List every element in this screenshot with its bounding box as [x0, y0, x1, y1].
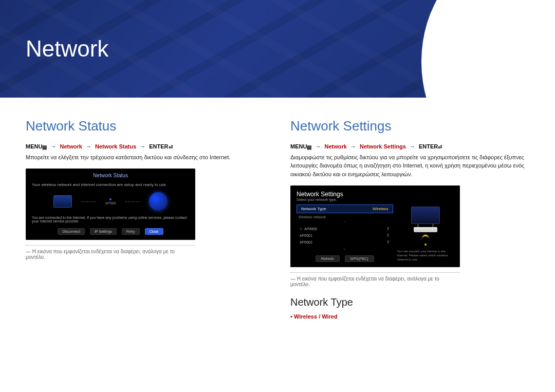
banner-curve — [421, 0, 555, 98]
settings-description: Διαμορφώστε τις ρυθμίσεις δικτύου για να… — [290, 153, 529, 179]
path-seg1: Network — [325, 143, 347, 150]
tv-btn-ipsettings[interactable]: IP Settings — [90, 228, 117, 235]
note-settings-text: Η εικόνα που εμφανίζεται ενδέχεται να δι… — [290, 276, 439, 287]
path-arrow: → — [408, 143, 417, 150]
path-seg2: Network Status — [95, 143, 136, 150]
tv-mock-status: Network Status Your wireless network and… — [26, 169, 195, 240]
path-arrow: → — [348, 143, 358, 150]
path-arrow: → — [138, 143, 147, 150]
wifi-icon: ⇑ — [386, 233, 390, 238]
router-icon — [414, 227, 437, 232]
page-content: Network Status MENU▤ → Network → Network… — [0, 98, 555, 320]
tv-line1: Your wireless network and Internet conne… — [30, 181, 191, 188]
tv-btn-retry[interactable]: Retry — [122, 228, 140, 235]
wifi-icon: ⇑ — [386, 240, 390, 245]
path-seg1: Network — [60, 143, 82, 150]
tv-button-row: Refresh WPS(PBC) — [297, 255, 393, 262]
ap-dot-icon — [109, 198, 112, 200]
device-icon — [411, 207, 440, 224]
tv-select-label: Network Type — [301, 207, 326, 211]
menu-icon: ▤ — [42, 144, 47, 150]
enter-icon: ⏎ — [438, 144, 442, 150]
path-enter: ENTER — [149, 143, 168, 150]
tv-title: Network Status — [30, 172, 191, 181]
status-description: Μπορείτε να ελέγξετε την τρέχουσα κατάστ… — [26, 153, 265, 162]
connection-line — [81, 201, 96, 202]
connection-line — [125, 201, 140, 202]
tv-settings-body: Network Type Wireless Wireless network ⌃… — [294, 204, 456, 262]
chevron-up-icon[interactable]: ⌃ — [297, 220, 393, 226]
menu-path-status: MENU▤ → Network → Network Status → ENTER… — [26, 143, 265, 150]
tv-btn-close[interactable]: Close — [145, 228, 163, 235]
page-title: Network — [26, 36, 108, 62]
tv-btn-refresh[interactable]: Refresh — [316, 255, 340, 262]
tv-btn-disconnect[interactable]: Disconnect — [58, 228, 85, 235]
section-title-settings: Network Settings — [290, 118, 529, 134]
note-status-text: Η εικόνα που εμφανίζεται ενδέχεται να δι… — [26, 249, 175, 260]
tv-settings-left: Network Type Wireless Wireless network ⌃… — [297, 204, 393, 262]
network-type-options: Wireless / Wired — [290, 313, 529, 320]
tv-select-value: Wireless — [373, 207, 388, 211]
tv-mock-settings: Network Settings Select your network typ… — [290, 185, 460, 267]
tv-diagram: AP000 — [30, 188, 191, 215]
tv-list-label: Wireless network — [297, 213, 393, 220]
note-status: ― Η εικόνα που εμφανίζεται ενδέχεται να … — [26, 245, 195, 260]
tv-ap: AP000 — [105, 201, 116, 205]
col-network-status: Network Status MENU▤ → Network → Network… — [26, 118, 265, 320]
tv-settings-right: You can connect your Device to the inter… — [397, 204, 454, 262]
sub-title-network-type: Network Type — [290, 296, 529, 308]
path-arrow: → — [84, 143, 94, 150]
tv-title: Network Settings — [294, 189, 456, 198]
tv-ap-row[interactable]: AP0002 ⇑ — [297, 239, 393, 246]
tv-ap-name: AP0000 — [304, 227, 317, 231]
path-arrow: → — [313, 143, 323, 150]
page-banner: Network — [0, 0, 555, 98]
tv-button-row: Disconnect IP Settings Retry Close — [30, 228, 191, 235]
wifi-icon: ⇑ — [386, 227, 390, 231]
note-settings: ― Η εικόνα που εμφανίζεται ενδέχεται να … — [290, 272, 460, 287]
chevron-down-icon[interactable]: ⌄ — [297, 246, 393, 251]
check-icon: ✓ — [300, 227, 303, 231]
path-menu: MENU — [26, 143, 42, 150]
tv-ap-row[interactable]: ✓AP0000 ⇑ — [297, 226, 393, 232]
path-arrow: → — [48, 143, 58, 150]
path-menu: MENU — [290, 143, 307, 150]
tv-right-text: You can connect your Device to the inter… — [397, 250, 454, 262]
menu-path-settings: MENU▤ → Network → Network Settings → ENT… — [290, 143, 529, 150]
path-enter: ENTER — [419, 143, 438, 150]
enter-icon: ⏎ — [169, 144, 173, 150]
menu-icon: ▤ — [307, 144, 311, 150]
section-title-status: Network Status — [26, 118, 265, 134]
tv-btn-wps[interactable]: WPS(PBC) — [345, 255, 374, 262]
wifi-big-icon — [420, 235, 431, 247]
tv-line2: You are connected to the Internet. If yo… — [30, 215, 191, 224]
tv-ap-name: AP0001 — [300, 234, 312, 237]
tv-select-row[interactable]: Network Type Wireless — [297, 204, 393, 213]
tv-subtitle: Select your network type. — [294, 198, 456, 204]
tv-ap-name: AP0002 — [300, 240, 312, 244]
device-icon — [53, 195, 72, 208]
col-network-settings: Network Settings MENU▤ → Network → Netwo… — [290, 118, 529, 320]
path-seg2: Network Settings — [360, 143, 406, 150]
globe-icon — [149, 192, 168, 211]
tv-ap-row[interactable]: AP0001 ⇑ — [297, 232, 393, 239]
